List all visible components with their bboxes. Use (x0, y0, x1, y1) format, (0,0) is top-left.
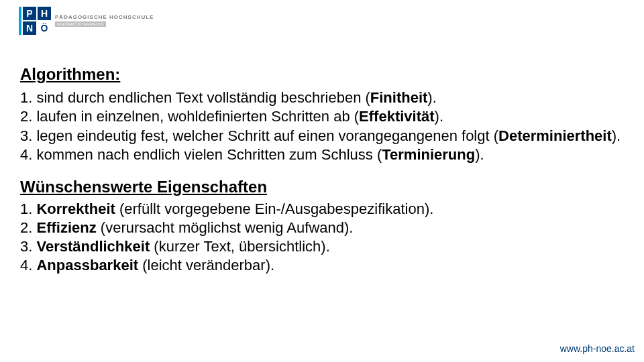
logo-wordmark: PÄDAGOGISCHE HOCHSCHULE NIEDERÖSTERREICH (55, 15, 154, 27)
s1-item4-pre: 4. kommen nach endlich vielen Schritten … (20, 146, 382, 163)
logo-line2: NIEDERÖSTERREICH (55, 21, 106, 27)
s2-item2-num: 2. (20, 219, 36, 236)
logo-cell-h: H (38, 7, 51, 20)
s2-item1-num: 1. (20, 200, 36, 217)
s2-item3-num: 3. (20, 238, 36, 255)
s2-item3-bold: Verständlichkeit (36, 238, 150, 255)
s2-item1-bold: Korrektheit (36, 200, 115, 217)
s1-item1-pre: 1. sind durch endlichen Text vollständig… (20, 89, 370, 106)
s1-item4-bold: Terminierung (382, 146, 475, 163)
logo-cell-n: N (23, 21, 36, 35)
s1-item2-pre: 2. laufen in einzelnen, wohldefinierten … (20, 108, 359, 125)
section1-body: 1. sind durch endlichen Text vollständig… (20, 88, 624, 164)
section2-body: 1. Korrektheit (erfüllt vorgegebene Ein-… (20, 200, 624, 276)
s2-item4-num: 4. (20, 257, 36, 274)
s1-item2-post: ). (435, 108, 443, 125)
section1-heading: Algorithmen: (20, 64, 624, 84)
s1-item1-bold: Finitheit (370, 89, 428, 106)
footer-url: www.ph-noe.ac.at (560, 343, 635, 354)
s2-item4-post: (leicht veränderbar). (138, 257, 274, 274)
s1-item3-bold: Determiniertheit (498, 127, 612, 144)
s1-item4-post: ). (475, 146, 484, 163)
logo-cell-p: P (23, 7, 36, 20)
s2-item2-post: (verursacht möglichst wenig Aufwand). (97, 219, 354, 236)
s2-item1-post: (erfüllt vorgegebene Ein-/Ausgabespezifi… (115, 200, 434, 217)
s1-item3-post: ). (612, 127, 621, 144)
s2-item2-bold: Effizienz (36, 219, 96, 236)
s2-item3-post: (kurzer Text, übersichtlich). (150, 238, 330, 255)
s1-item2-bold: Effektivität (359, 108, 434, 125)
logo-cell-oe: Ö (38, 21, 51, 35)
institution-logo: P H N Ö PÄDAGOGISCHE HOCHSCHULE NIEDERÖS… (19, 7, 154, 35)
s2-item4-bold: Anpassbarkeit (36, 257, 138, 274)
s1-item1-post: ). (427, 89, 436, 106)
section2-heading: Wünschenswerte Eigenschaften (20, 176, 624, 197)
slide-content: Algorithmen: 1. sind durch endlichen Tex… (20, 64, 624, 288)
logo-letter-grid: P H N Ö (23, 7, 51, 35)
logo-accent-bar (19, 7, 21, 35)
logo-line1: PÄDAGOGISCHE HOCHSCHULE (55, 15, 154, 20)
s1-item3-pre: 3. legen eindeutig fest, welcher Schritt… (20, 127, 498, 144)
